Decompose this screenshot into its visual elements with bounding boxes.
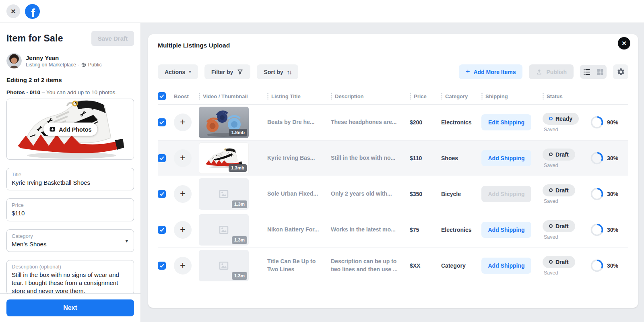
publish-button[interactable]: Publish — [529, 64, 574, 79]
filter-button[interactable]: Filter by — [204, 64, 250, 79]
saved-label: Saved — [543, 198, 558, 204]
column-header-price[interactable]: Price — [410, 93, 441, 100]
grid-view-icon[interactable] — [593, 65, 607, 79]
modal-close-icon[interactable]: ✕ — [618, 37, 630, 50]
boost-add-button[interactable]: + — [174, 257, 192, 275]
row-checkbox[interactable] — [158, 154, 166, 162]
page-title: Item for Sale — [6, 33, 63, 44]
edit-shipping-button[interactable]: Edit Shipping — [481, 114, 531, 130]
toolbar: Actions ▾ Filter by Sort by ↑↓ + — [158, 64, 628, 79]
table-row: + 1.3m Sole Urban Fixed... Only 2 years … — [158, 176, 628, 212]
upload-progress: 30% — [590, 223, 628, 237]
photo-upload-area[interactable]: Add Photos — [6, 99, 134, 160]
progress-ring-icon — [590, 223, 604, 237]
description-field[interactable]: Description (optional) Still in the box … — [6, 260, 134, 295]
list-view-icon[interactable] — [580, 65, 593, 79]
column-header-title[interactable]: Listing Title — [267, 93, 331, 100]
table-row: + 1.8mb — [158, 104, 628, 140]
content: Item for Sale Save Draft Jenny Yean — [0, 23, 644, 322]
column-header-description[interactable]: Description — [331, 93, 410, 100]
price-field[interactable]: Price $110 — [6, 198, 134, 221]
save-draft-button[interactable]: Save Draft — [91, 31, 134, 46]
saved-label: Saved — [543, 270, 558, 276]
add-more-items-label: Add More Items — [473, 69, 516, 75]
add-shipping-button[interactable]: Add Shipping — [481, 222, 531, 238]
file-size-badge: 1.3m — [232, 200, 247, 208]
listing-description: Still in the box with no... — [331, 154, 410, 162]
status-badge: Draft — [543, 220, 575, 232]
row-checkbox[interactable] — [158, 190, 166, 198]
profile-subtitle: Listing on Marketplace · Public — [26, 62, 102, 68]
status-badge: Ready — [543, 113, 579, 125]
row-thumbnail[interactable]: 1.8mb — [199, 107, 249, 138]
status-cell: Draft Saved — [543, 256, 590, 276]
add-shipping-button[interactable]: Add Shipping — [481, 150, 531, 166]
facebook-logo-icon[interactable]: f — [25, 4, 40, 19]
chevron-down-icon: ▾ — [189, 69, 191, 74]
sort-button[interactable]: Sort by ↑↓ — [257, 64, 298, 79]
drag-handle-icon — [410, 93, 411, 100]
row-checkbox[interactable] — [158, 262, 166, 270]
row-thumbnail[interactable]: 1.3mb — [199, 142, 249, 174]
column-header-thumbnail[interactable]: Video / Thumbnail — [199, 93, 267, 100]
top-bar: ✕ f — [0, 0, 644, 23]
file-size-badge: 1.3m — [232, 272, 247, 280]
progress-ring-icon — [590, 151, 604, 165]
boost-add-button[interactable]: + — [174, 114, 192, 131]
column-header-category[interactable]: Category — [441, 93, 481, 100]
row-checkbox[interactable] — [158, 226, 166, 234]
boost-add-button[interactable]: + — [174, 185, 192, 203]
boost-add-button[interactable]: + — [174, 149, 192, 167]
actions-button[interactable]: Actions ▾ — [158, 64, 198, 79]
column-header-boost[interactable]: Boost — [174, 93, 199, 99]
progress-ring-icon — [590, 116, 604, 129]
plus-icon: + — [466, 68, 470, 76]
add-shipping-button[interactable]: Add Shipping — [481, 258, 531, 274]
row-thumbnail[interactable]: 1.3m — [199, 250, 249, 281]
description-field-value: Still in the box with no signs of wear a… — [12, 271, 129, 295]
profile-name: Jenny Yean — [26, 54, 102, 61]
listing-category: Electronics — [441, 119, 481, 126]
globe-icon — [81, 62, 86, 67]
view-toggle — [580, 65, 607, 79]
close-icon[interactable]: ✕ — [6, 4, 20, 18]
listing-description: Works in the latest mo... — [331, 226, 410, 234]
filter-funnel-icon — [237, 68, 244, 75]
listing-price: $XX — [410, 262, 441, 269]
status-badge: Draft — [543, 256, 575, 268]
listing-price: $350 — [410, 191, 441, 197]
main-area: ✕ Multiple Listings Upload Actions ▾ Fil… — [141, 23, 644, 322]
progress-percent: 30% — [607, 227, 618, 233]
column-header-status[interactable]: Status — [543, 93, 590, 100]
privacy-label: Public — [88, 62, 102, 68]
settings-gear-icon[interactable] — [613, 64, 628, 79]
status-dot-icon — [549, 260, 553, 264]
listing-context: Listing on Marketplace · — [26, 62, 79, 68]
add-photos-button[interactable]: Add Photos — [43, 123, 97, 136]
add-shipping-button-disabled[interactable]: Add Shipping — [481, 186, 531, 202]
status-dot-icon — [549, 188, 553, 192]
progress-percent: 30% — [607, 191, 618, 197]
select-all-checkbox[interactable] — [158, 92, 166, 100]
title-field[interactable]: Title Kyrie Irving Basketball Shoes — [6, 168, 134, 190]
drag-handle-icon — [543, 93, 544, 100]
listing-category: Bicycle — [441, 191, 481, 197]
row-checkbox[interactable] — [158, 118, 166, 126]
row-thumbnail[interactable]: 1.3m — [199, 214, 249, 246]
status-cell: Draft Saved — [543, 184, 590, 204]
saved-label: Saved — [543, 234, 558, 240]
listings-table: Boost Video / Thumbnail Listing Title De… — [158, 88, 628, 283]
column-header-shipping[interactable]: Shipping — [481, 93, 543, 100]
title-field-label: Title — [12, 171, 129, 178]
drag-handle-icon — [441, 93, 442, 100]
table-row: + 1.3mb — [158, 140, 628, 176]
add-more-items-button[interactable]: + Add More Items — [459, 64, 523, 79]
upload-icon — [536, 68, 543, 75]
add-photo-icon — [49, 126, 56, 133]
next-button[interactable]: Next — [6, 299, 134, 316]
category-select[interactable]: Category Men’s Shoes ▾ — [6, 229, 134, 252]
photos-counter: Photos · 0/10 – You can add up to 10 pho… — [6, 89, 134, 95]
boost-add-button[interactable]: + — [174, 221, 192, 239]
listing-description: Only 2 years old with... — [331, 190, 410, 198]
row-thumbnail[interactable]: 1.3m — [199, 178, 249, 210]
